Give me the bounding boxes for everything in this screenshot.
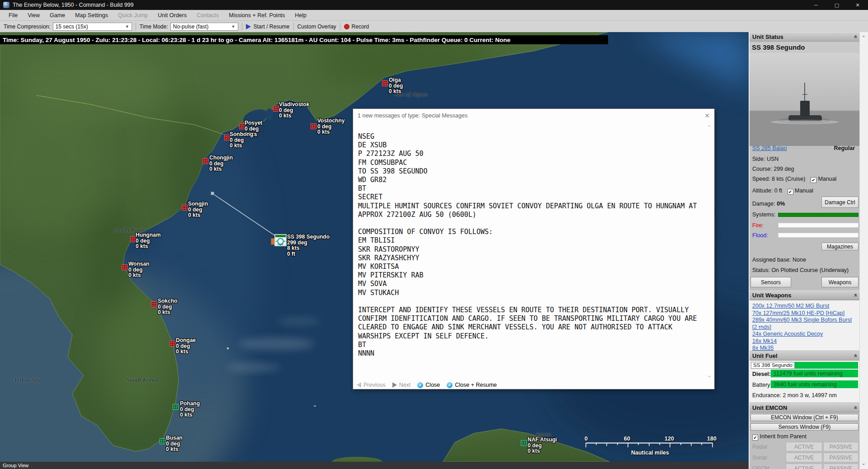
next-button[interactable]: Next (392, 382, 411, 388)
endurance-label: Endurance: 2 mon 3 w, 14997 nm (752, 392, 837, 399)
inherit-parent-checkbox[interactable]: ✔ (752, 435, 758, 441)
weapon-link[interactable]: 70x 127mm/25 Mk10 HE-PD [HiCap] (752, 310, 857, 317)
status-label: Status: On Plotted Course (Underway) (752, 267, 849, 273)
installation-label: Sokcho0 deg0 kts (158, 298, 177, 315)
scroll-up-icon[interactable]: ⌃ (707, 125, 712, 130)
toolbar-separator (340, 23, 340, 31)
assigned-base-label: Assigned base: None (752, 257, 806, 263)
fuel-unit-bar: SS 398 Segundo (751, 362, 858, 369)
menu-map-settings[interactable]: Map Settings (70, 12, 113, 19)
emcon-window-button[interactable]: EMCON Window (Ctrl + F9) (750, 414, 859, 421)
dialog-titlebar: 1 new messages of type: Special Messages… (353, 109, 714, 122)
weapon-link[interactable]: 24x Generic Acoustic Decoy (752, 331, 857, 338)
collapse-icon[interactable]: » (852, 35, 859, 38)
minimize-icon[interactable]: ─ (806, 0, 826, 10)
scroll-down-icon[interactable]: ⌄ (861, 460, 866, 466)
start-resume-button[interactable]: Start / Resume (246, 23, 290, 30)
magazines-button[interactable]: Magazines (821, 243, 859, 250)
altitude-manual-checkbox[interactable]: ✔ (788, 189, 793, 195)
installation-icon-sokcho[interactable] (151, 301, 157, 307)
scroll-up-icon[interactable]: ⌃ (861, 35, 866, 41)
close-button[interactable]: ✓ Close (417, 382, 440, 388)
installation-label: NAF Atsugi0 deg0 kts (528, 437, 557, 454)
installation-icon-busan[interactable] (160, 438, 165, 444)
oecm-active-button[interactable]: ACTIVE (786, 464, 822, 469)
installation-icon-dongae[interactable] (170, 341, 175, 347)
menu-unit-orders[interactable]: Unit Orders (153, 12, 192, 19)
time-mode-select[interactable]: No-pulse (fast) ▼ (170, 23, 238, 31)
map-scale-bar: 0 60 120 180 Nautical miles (584, 436, 716, 456)
menu-file[interactable]: File (4, 12, 23, 19)
waypoint-marker[interactable] (211, 192, 214, 195)
record-button[interactable]: Record (344, 23, 369, 30)
ownship-symbol-box (274, 234, 287, 246)
toolbar-separator (242, 23, 242, 31)
close-resume-button[interactable]: ✓ Close + Resume (447, 382, 497, 388)
menu-missions-ref-points[interactable]: Missions + Ref. Points (224, 12, 290, 19)
installation-icon-wonsan[interactable] (122, 264, 127, 270)
menu-help[interactable]: Help (290, 12, 311, 19)
oecm-passive-button[interactable]: PASSIVE (823, 464, 859, 469)
sidebar-scrollbar[interactable]: ⌃ ⌄ (859, 32, 868, 469)
sonar-active-button[interactable]: ACTIVE (786, 453, 822, 462)
proficiency-label: Regular (834, 145, 855, 151)
unit-emcon-header[interactable]: Unit EMCON » (750, 403, 859, 413)
weapons-button[interactable]: Weapons (821, 277, 859, 287)
maximize-icon[interactable]: ▢ (826, 0, 847, 10)
collapse-icon[interactable]: » (852, 354, 859, 357)
sonar-passive-button[interactable]: PASSIVE (823, 453, 859, 462)
installation-icon-chongjin[interactable] (203, 158, 208, 164)
time-compression-label: Time Compression: (4, 23, 51, 30)
collapse-icon[interactable]: » (852, 294, 859, 297)
installation-icon-vostochny[interactable] (311, 123, 316, 129)
speed-row: Speed: 8 kts (Cruise) ✔ Manual (752, 176, 836, 183)
fuel-panel: SS 398 Segundo Diesel: 112479 fuel units… (750, 361, 859, 403)
installation-icon-vladivostok[interactable] (273, 106, 279, 112)
dialog-title-text: 1 new messages of type: Special Messages (358, 113, 467, 119)
systems-meter (778, 213, 859, 217)
special-messages-dialog: 1 new messages of type: Special Messages… (353, 108, 715, 389)
radar-active-button[interactable]: ACTIVE (786, 442, 822, 451)
weapon-link[interactable]: 289x 40mm/60 Mk3 Single Bofors Burst [2 … (752, 317, 857, 331)
close-icon[interactable]: ✕ (704, 112, 710, 119)
time-compression-select[interactable]: 15 secs (15x) ▼ (53, 23, 132, 31)
installation-icon-pohang[interactable] (173, 404, 179, 410)
close-icon[interactable]: ✕ (847, 0, 868, 10)
installation-label: Vladivostok0 deg0 kts (279, 102, 309, 119)
menu-view[interactable]: View (23, 12, 45, 19)
window-titlebar: The Enemy Below, 1950 - Command - Build … (0, 0, 868, 10)
scale-tick-label: 120 (665, 436, 674, 442)
menu-contacts: Contacts (192, 12, 224, 19)
fuel-unit-label: SS 398 Segundo (751, 362, 795, 369)
sensors-window-button[interactable]: Sensors Window (F9) (750, 423, 859, 431)
unit-status-header[interactable]: Unit Status » (750, 32, 859, 42)
custom-overlay-button[interactable]: Custom Overlay (297, 23, 336, 30)
ownship-unit-icon[interactable] (271, 233, 287, 248)
installation-label: Chongjin0 deg0 kts (209, 155, 233, 172)
radar-passive-button[interactable]: PASSIVE (823, 442, 859, 451)
systems-label: Systems: (752, 211, 775, 218)
speed-manual-checkbox[interactable]: ✔ (811, 177, 816, 183)
dialog-footer: Previous Next ✓ Close ✓ Close + Resume (353, 381, 714, 389)
unit-weapons-header[interactable]: Unit Weapons » (750, 291, 859, 300)
class-link[interactable]: SS 285 Balao (752, 145, 787, 151)
collapse-icon[interactable]: » (852, 406, 859, 409)
installation-icon-songjin[interactable] (182, 205, 188, 211)
damage-ctrl-button[interactable]: Damage Ctrl (821, 197, 859, 208)
installation-icon-naf-atsugi[interactable] (521, 440, 527, 446)
oecm-label: OECM (752, 465, 769, 469)
bottom-status-bar: Group View (0, 462, 749, 469)
side-label: Side: USN (752, 156, 778, 162)
weapon-link[interactable]: 200x 12.7mm/50 M2 MG Burst (752, 303, 857, 310)
scroll-down-icon[interactable]: ⌄ (707, 373, 712, 377)
sensors-button[interactable]: Sensors (750, 277, 791, 287)
installation-label: Hungnam0 deg0 kts (136, 232, 160, 249)
unit-fuel-header[interactable]: Unit Fuel » (750, 351, 859, 361)
battery-value: 3840 fuel units remaining (771, 380, 858, 388)
menu-game[interactable]: Game (45, 12, 70, 19)
status-bar: Time: Sunday, 27 August 1950 - Zulu: 21:… (0, 35, 608, 44)
fire-meter (778, 223, 859, 228)
installation-icon-olga[interactable] (382, 80, 388, 86)
group-view-label: Group View (3, 463, 28, 468)
weapon-link[interactable]: 16x Mk14 (752, 338, 857, 345)
